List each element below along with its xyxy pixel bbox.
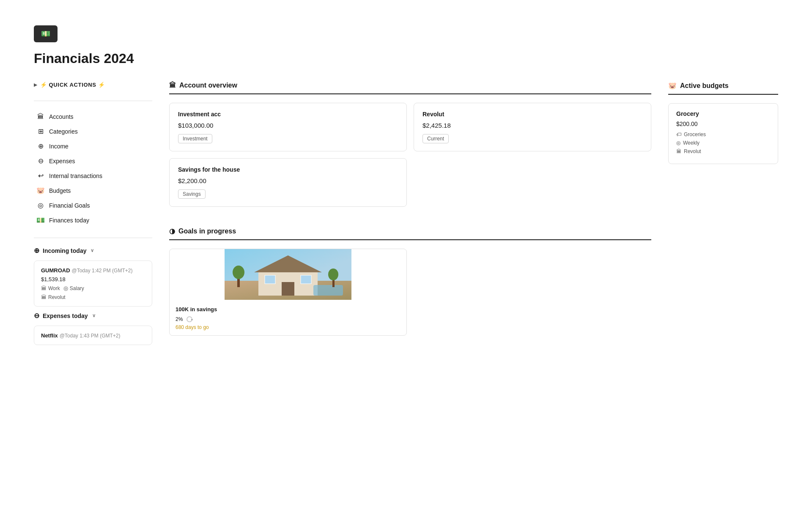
sidebar-item-label-finances-today: Finances today: [49, 217, 89, 224]
svg-rect-6: [301, 275, 311, 284]
incoming-today-header[interactable]: ⊕ Incoming today ∨: [34, 247, 152, 255]
account-card-savings[interactable]: Savings for the house $2,200.00 Savings: [169, 158, 407, 207]
tag-work: 🏛 Work: [41, 285, 60, 291]
incoming-today-label: Incoming today: [43, 247, 86, 254]
transaction-amount: $1,539.18: [41, 276, 145, 282]
quick-actions-label: ⚡ QUICK ACTIONS ⚡: [40, 82, 105, 88]
sidebar-item-income[interactable]: ⊕ Income: [34, 139, 152, 153]
sidebar-item-accounts[interactable]: 🏛 Accounts: [34, 110, 152, 124]
account-overview-icon: 🏛: [169, 82, 176, 89]
goal-title: 100K in savings: [176, 306, 401, 312]
goal-image: [170, 249, 406, 300]
transaction-card-gumroad[interactable]: GUMROAD @Today 1:42 PM (GMT+2) $1,539.18…: [34, 260, 152, 307]
transaction-card-netflix[interactable]: Netflix @Today 1:43 PM (GMT+2): [34, 326, 152, 345]
sidebar-item-label-accounts: Accounts: [49, 113, 74, 120]
transaction-tags: 🏛 Work ◎ Salary: [41, 285, 145, 291]
incoming-today-chevron: ∨: [91, 248, 94, 253]
incoming-today-list: GUMROAD @Today 1:42 PM (GMT+2) $1,539.18…: [34, 260, 152, 307]
budget-category: 🏷 Groceries: [676, 132, 770, 137]
sidebar-item-label-internal-transactions: Internal transactions: [49, 173, 102, 179]
account-card-revolut[interactable]: Revolut $2,425.18 Current: [414, 103, 651, 151]
budget-title-grocery: Grocery: [676, 110, 770, 117]
tag-revolut-label: Revolut: [48, 294, 66, 300]
main-layout: ▶ ⚡ QUICK ACTIONS ⚡ 🏛 Accounts ⊞ Categor…: [34, 82, 778, 350]
transaction-time: @Today 1:42 PM (GMT+2): [72, 268, 133, 274]
goal-progress-circle: [186, 316, 193, 323]
budget-category-label: Groceries: [684, 132, 706, 137]
account-badge-revolut: Current: [422, 134, 449, 143]
active-budgets-header: 🐷 Active budgets: [668, 82, 778, 95]
svg-point-9: [233, 266, 244, 279]
tag-work-label: Work: [48, 285, 60, 291]
budget-frequency-label: Weekly: [683, 140, 700, 146]
account-overview-title: Account overview: [179, 82, 237, 89]
sidebar-item-label-budgets: Budgets: [49, 187, 71, 194]
incoming-today-icon: ⊕: [34, 247, 39, 255]
goal-days: 680 days to go: [176, 324, 401, 330]
page: 💵 Financials 2024 ▶ ⚡ QUICK ACTIONS ⚡ 🏛 …: [0, 0, 812, 367]
right-panel: 🐷 Active budgets Grocery $200.00 🏷 Groce…: [668, 82, 778, 350]
categories-icon: ⊞: [36, 127, 45, 135]
goal-card-100k[interactable]: 100K in savings 2% 680 days to go: [169, 249, 407, 336]
expenses-today-label: Expenses today: [43, 312, 88, 319]
svg-rect-4: [282, 282, 294, 296]
sidebar-item-label-expenses: Expenses: [49, 158, 75, 164]
goals-section-icon: ◑: [169, 227, 175, 235]
budget-account-icon: 🏛: [676, 148, 681, 154]
netflix-title: Netflix: [41, 332, 58, 339]
quick-actions-arrow: ▶: [34, 82, 38, 87]
goals-header: ◑ Goals in progress: [169, 227, 651, 240]
sidebar-item-internal-transactions[interactable]: ↩ Internal transactions: [34, 168, 152, 183]
sidebar: ▶ ⚡ QUICK ACTIONS ⚡ 🏛 Accounts ⊞ Categor…: [34, 82, 152, 350]
goal-percent: 2%: [176, 316, 183, 322]
accounts-grid: Investment acc $103,000.00 Investment Re…: [169, 103, 651, 207]
active-budgets-title: Active budgets: [680, 82, 729, 90]
sidebar-item-label-financial-goals: Financial Goals: [49, 202, 90, 209]
expenses-today-icon: ⊖: [34, 312, 39, 320]
budget-frequency: ◎ Weekly: [676, 140, 770, 146]
expenses-today-header[interactable]: ⊖ Expenses today ∨: [34, 312, 152, 320]
internal-tx-icon: ↩: [36, 172, 45, 180]
account-title-revolut: Revolut: [422, 111, 642, 118]
account-title-investment: Investment acc: [178, 111, 398, 118]
sidebar-item-budgets[interactable]: 🐷 Budgets: [34, 183, 152, 198]
expenses-today-chevron: ∨: [92, 313, 96, 318]
app-logo: 💵: [34, 25, 58, 42]
sidebar-item-expenses[interactable]: ⊖ Expenses: [34, 153, 152, 168]
budget-card-grocery[interactable]: Grocery $200.00 🏷 Groceries ◎ Weekly 🏛 R…: [668, 103, 778, 164]
svg-rect-5: [265, 275, 275, 284]
budget-account-label: Revolut: [684, 148, 701, 154]
logo-icon: 💵: [41, 29, 50, 38]
sidebar-item-finances-today[interactable]: 💵 Finances today: [34, 213, 152, 227]
salary-icon: ◎: [63, 285, 68, 291]
tag-revolut: 🏛 Revolut: [41, 294, 66, 300]
accounts-icon: 🏛: [36, 113, 45, 121]
budgets-icon: 🐷: [36, 186, 45, 195]
goals-grid: 100K in savings 2% 680 days to go: [169, 249, 651, 336]
account-amount-revolut: $2,425.18: [422, 122, 642, 129]
budget-frequency-icon: ◎: [676, 140, 680, 146]
goal-progress-row: 2%: [176, 316, 401, 323]
svg-rect-7: [313, 285, 343, 296]
transaction-title: GUMROAD: [41, 267, 70, 274]
center-content: 🏛 Account overview Investment acc $103,0…: [169, 82, 651, 350]
sidebar-item-label-income: Income: [49, 143, 69, 150]
sidebar-item-financial-goals[interactable]: ◎ Financial Goals: [34, 198, 152, 213]
account-card-investment[interactable]: Investment acc $103,000.00 Investment: [169, 103, 407, 151]
quick-actions-toggle[interactable]: ▶ ⚡ QUICK ACTIONS ⚡: [34, 82, 152, 88]
page-title: Financials 2024: [34, 51, 778, 66]
svg-point-12: [187, 317, 192, 322]
account-badge-savings: Savings: [178, 189, 206, 199]
budget-account: 🏛 Revolut: [676, 148, 770, 154]
account-title-savings: Savings for the house: [178, 166, 398, 173]
account-amount-investment: $103,000.00: [178, 122, 398, 129]
expenses-icon: ⊖: [36, 157, 45, 165]
budgets-section-icon: 🐷: [668, 82, 677, 90]
sidebar-item-categories[interactable]: ⊞ Categories: [34, 124, 152, 139]
transaction-account: 🏛 Revolut: [41, 294, 145, 300]
netflix-time: @Today 1:43 PM (GMT+2): [60, 333, 121, 339]
tag-salary-label: Salary: [70, 285, 84, 291]
sidebar-divider-top: [34, 101, 152, 101]
goals-title: Goals in progress: [178, 227, 236, 235]
goals-icon: ◎: [36, 201, 45, 209]
